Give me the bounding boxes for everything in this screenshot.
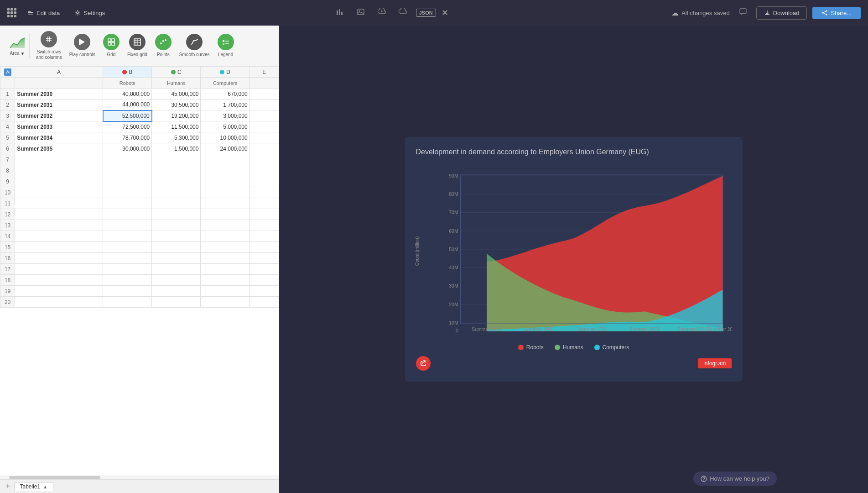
cell-14-B[interactable] — [103, 231, 152, 242]
json-button[interactable]: JSON — [416, 9, 436, 17]
cell-6-C[interactable]: 1,500,000 — [152, 143, 201, 154]
cell-11-B[interactable] — [103, 198, 152, 209]
cell-11-D[interactable] — [201, 198, 249, 209]
cell-16-B[interactable] — [103, 253, 152, 264]
cell-20-B[interactable] — [103, 297, 152, 308]
col-header-C[interactable]: C — [152, 67, 201, 78]
cell-2-C[interactable]: 30,500,000 — [152, 100, 201, 110]
cell-18-C[interactable] — [152, 275, 201, 286]
cell-17-A[interactable] — [15, 264, 103, 275]
cell-1-D[interactable]: 670,000 — [201, 89, 249, 100]
smooth-curves-tool[interactable]: Smooth curves — [177, 32, 213, 59]
help-button[interactable]: How can we help you? — [693, 472, 777, 486]
cell-5-D[interactable]: 10,000,000 — [201, 132, 249, 143]
sheet-tab[interactable]: Tabelle1 ▲ — [14, 482, 54, 491]
cell-7-B[interactable] — [103, 154, 152, 165]
series-A-blank[interactable] — [15, 78, 103, 89]
cell-5-A[interactable]: Summer 2034 — [15, 132, 103, 143]
cell-15-D[interactable] — [201, 242, 249, 253]
cell-8-A[interactable] — [15, 165, 103, 176]
cloud-upload-button[interactable] — [374, 6, 390, 20]
cell-12-E[interactable] — [249, 209, 279, 220]
col-header-E[interactable]: E — [249, 67, 279, 78]
download-button[interactable]: Download — [756, 6, 807, 20]
play-controls-tool[interactable]: Play controls — [67, 32, 98, 59]
cell-19-C[interactable] — [152, 286, 201, 297]
cell-7-C[interactable] — [152, 154, 201, 165]
cell-19-B[interactable] — [103, 286, 152, 297]
cell-15-E[interactable] — [249, 242, 279, 253]
cell-3-E[interactable] — [249, 110, 279, 121]
cell-6-B[interactable]: 90,000,000 — [103, 143, 152, 154]
area-tool[interactable]: Area ▼ — [5, 33, 30, 58]
cell-9-E[interactable] — [249, 176, 279, 187]
cell-17-D[interactable] — [201, 264, 249, 275]
cell-9-A[interactable] — [15, 176, 103, 187]
tab-dropdown-arrow[interactable]: ▲ — [43, 484, 47, 489]
series-C-label[interactable]: Humans — [152, 78, 201, 89]
cell-11-A[interactable] — [15, 198, 103, 209]
cell-20-C[interactable] — [152, 297, 201, 308]
cell-13-B[interactable] — [103, 220, 152, 231]
cell-12-C[interactable] — [152, 209, 201, 220]
area-dropdown-arrow[interactable]: ▼ — [21, 51, 25, 56]
series-E-blank[interactable] — [249, 78, 279, 89]
cloud-sync-button[interactable] — [395, 6, 411, 20]
series-D-label[interactable]: Computers — [201, 78, 249, 89]
cell-10-C[interactable] — [152, 187, 201, 198]
cell-10-A[interactable] — [15, 187, 103, 198]
cell-11-C[interactable] — [152, 198, 201, 209]
cell-8-D[interactable] — [201, 165, 249, 176]
edit-data-button[interactable]: Edit data — [24, 8, 63, 18]
cell-19-E[interactable] — [249, 286, 279, 297]
add-sheet-button[interactable]: + — [4, 482, 12, 491]
cell-18-D[interactable] — [201, 275, 249, 286]
cell-5-B[interactable]: 78,700,000 — [103, 132, 152, 143]
scrollbar-thumb[interactable] — [9, 476, 100, 479]
cell-5-C[interactable]: 5,300,000 — [152, 132, 201, 143]
legend-tool[interactable]: Legend — [214, 32, 237, 59]
cell-2-A[interactable]: Summer 2031 — [15, 100, 103, 110]
grid-tool[interactable]: Grid — [100, 32, 123, 59]
cell-1-E[interactable] — [249, 89, 279, 100]
cell-1-B[interactable]: 40,000,000 — [103, 89, 152, 100]
cell-9-C[interactable] — [152, 176, 201, 187]
cell-9-B[interactable] — [103, 176, 152, 187]
cell-2-D[interactable]: 1,700,000 — [201, 100, 249, 110]
cell-14-C[interactable] — [152, 231, 201, 242]
image-button[interactable] — [353, 6, 369, 20]
cell-10-B[interactable] — [103, 187, 152, 198]
cell-18-E[interactable] — [249, 275, 279, 286]
apps-icon[interactable] — [7, 8, 16, 17]
cell-4-E[interactable] — [249, 121, 279, 132]
cell-20-D[interactable] — [201, 297, 249, 308]
comment-button[interactable] — [735, 6, 751, 20]
cell-5-E[interactable] — [249, 132, 279, 143]
cell-16-E[interactable] — [249, 253, 279, 264]
cell-3-B[interactable]: 52,500,000 — [103, 110, 152, 121]
cell-6-D[interactable]: 24,000,000 — [201, 143, 249, 154]
cell-6-A[interactable]: Summer 2035 — [15, 143, 103, 154]
cell-18-B[interactable] — [103, 275, 152, 286]
cell-16-C[interactable] — [152, 253, 201, 264]
cell-2-B[interactable]: 44,000,000 — [103, 100, 152, 110]
chart-type-bar-button[interactable] — [332, 6, 348, 20]
points-tool[interactable]: Points — [152, 32, 175, 59]
cell-10-D[interactable] — [201, 187, 249, 198]
cell-7-A[interactable] — [15, 154, 103, 165]
cell-3-D[interactable]: 3,000,000 — [201, 110, 249, 121]
cell-3-C[interactable]: 19,200,000 — [152, 110, 201, 121]
cell-19-A[interactable] — [15, 286, 103, 297]
fixed-grid-tool[interactable]: Fixed grid — [125, 32, 150, 59]
cell-1-A[interactable]: Summer 2030 — [15, 89, 103, 100]
col-header-A[interactable]: A — [15, 67, 103, 78]
cell-17-B[interactable] — [103, 264, 152, 275]
cell-12-B[interactable] — [103, 209, 152, 220]
share-button[interactable]: Share... — [812, 7, 861, 19]
cell-4-B[interactable]: 72,500,000 — [103, 121, 152, 132]
cell-12-D[interactable] — [201, 209, 249, 220]
cell-16-A[interactable] — [15, 253, 103, 264]
cell-4-A[interactable]: Summer 2033 — [15, 121, 103, 132]
cell-8-C[interactable] — [152, 165, 201, 176]
cell-15-A[interactable] — [15, 242, 103, 253]
